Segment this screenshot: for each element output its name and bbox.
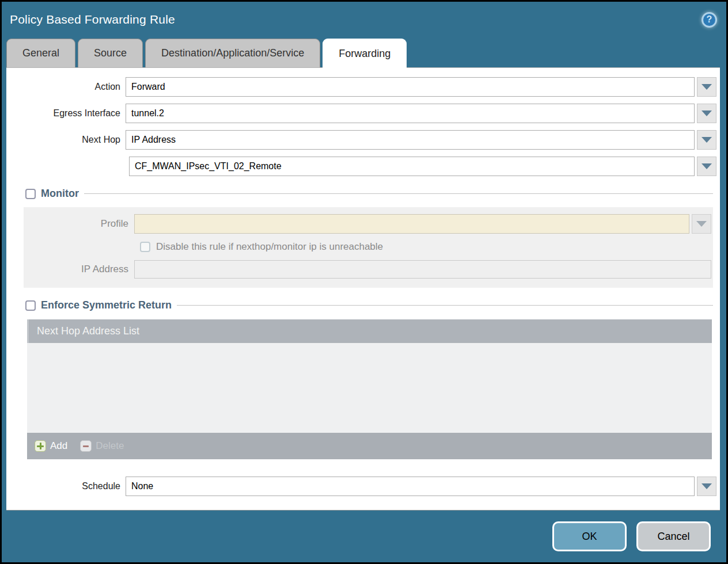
monitor-legend: Monitor [24,188,84,200]
forwarding-tab-panel: Action Forward Egress Interface tunnel.2… [6,67,720,510]
next-hop-address-select[interactable]: CF_MWAN_IPsec_VTI_02_Remote [129,157,695,176]
monitor-ip-address-label: IP Address [24,264,134,275]
ok-button[interactable]: OK [552,521,627,551]
profile-select-disabled [134,214,689,234]
monitor-checkbox[interactable] [25,189,36,199]
profile-label: Profile [24,218,134,230]
profile-dropdown-button-disabled [692,214,711,234]
delete-button-disabled: Delete [80,440,124,452]
next-hop-address-row: CF_MWAN_IPsec_VTI_02_Remote [6,157,716,176]
monitor-legend-label: Monitor [41,188,79,200]
cancel-button[interactable]: Cancel [636,521,711,551]
help-icon[interactable]: ? [702,12,717,28]
action-select[interactable]: Forward [126,77,695,97]
egress-interface-combo: tunnel.2 [126,104,716,123]
chevron-down-icon [702,163,712,169]
egress-interface-dropdown-button[interactable] [697,104,716,123]
next-hop-address-table: Next Hop Address List Add Delete [27,319,712,459]
chevron-down-icon [702,84,712,90]
disable-rule-row: Disable this rule if nexthop/monitor ip … [140,241,713,253]
chevron-down-icon [696,221,707,227]
egress-interface-label: Egress Interface [6,108,126,119]
schedule-combo: None [126,477,716,496]
dialog-footer: OK Cancel [2,510,726,562]
tab-forwarding[interactable]: Forwarding [323,39,407,68]
schedule-label: Schedule [6,481,126,491]
schedule-select[interactable]: None [126,477,695,496]
tab-source[interactable]: Source [78,39,143,67]
next-hop-combo: IP Address [126,130,716,150]
next-hop-label: Next Hop [6,135,126,145]
schedule-dropdown-button[interactable] [697,477,716,496]
next-hop-row: Next Hop IP Address [6,130,716,150]
plus-icon [35,440,46,452]
dialog-title: Policy Based Forwarding Rule [10,13,175,26]
action-label: Action [6,82,126,92]
disable-rule-label: Disable this rule if nexthop/monitor ip … [156,241,383,253]
enforce-symmetric-return-group: Enforce Symmetric Return Next Hop Addres… [24,299,713,459]
egress-interface-select[interactable]: tunnel.2 [126,104,695,123]
next-hop-address-list-footer: Add Delete [27,433,712,459]
monitor-ip-address-row: IP Address [24,260,713,279]
enforce-symmetric-return-checkbox[interactable] [25,300,36,311]
next-hop-address-list-header: Next Hop Address List [27,319,712,343]
chevron-down-icon [702,483,712,489]
tab-general[interactable]: General [6,39,75,67]
action-row: Action Forward [6,77,716,97]
pbf-rule-dialog: Policy Based Forwarding Rule ? General S… [0,0,728,564]
chevron-down-icon [702,137,712,143]
minus-icon [80,440,92,452]
action-combo: Forward [126,77,716,97]
tab-bar: General Source Destination/Application/S… [2,37,726,67]
next-hop-address-dropdown-button[interactable] [697,157,716,176]
disable-rule-checkbox [140,242,150,252]
schedule-row: Schedule None [6,477,716,496]
profile-row: Profile [24,214,713,234]
action-dropdown-button[interactable] [697,77,716,97]
add-button-label: Add [50,440,67,452]
title-bar: Policy Based Forwarding Rule ? [2,2,726,37]
monitor-group: Monitor Profile Disable this rule if nex… [24,188,713,288]
egress-interface-row: Egress Interface tunnel.2 [6,104,716,123]
next-hop-address-list-body[interactable] [27,343,712,433]
next-hop-address-combo: CF_MWAN_IPsec_VTI_02_Remote [129,157,716,176]
tab-destination-application-service[interactable]: Destination/Application/Service [145,39,320,67]
monitor-ip-address-input-disabled [134,260,711,279]
delete-button-label: Delete [96,440,124,452]
chevron-down-icon [702,110,712,116]
next-hop-select[interactable]: IP Address [126,130,695,150]
enforce-symmetric-return-legend-label: Enforce Symmetric Return [41,299,172,311]
monitor-panel: Profile Disable this rule if nexthop/mon… [24,207,713,288]
add-button[interactable]: Add [35,440,67,452]
enforce-symmetric-return-legend: Enforce Symmetric Return [24,299,177,311]
next-hop-dropdown-button[interactable] [697,130,716,150]
